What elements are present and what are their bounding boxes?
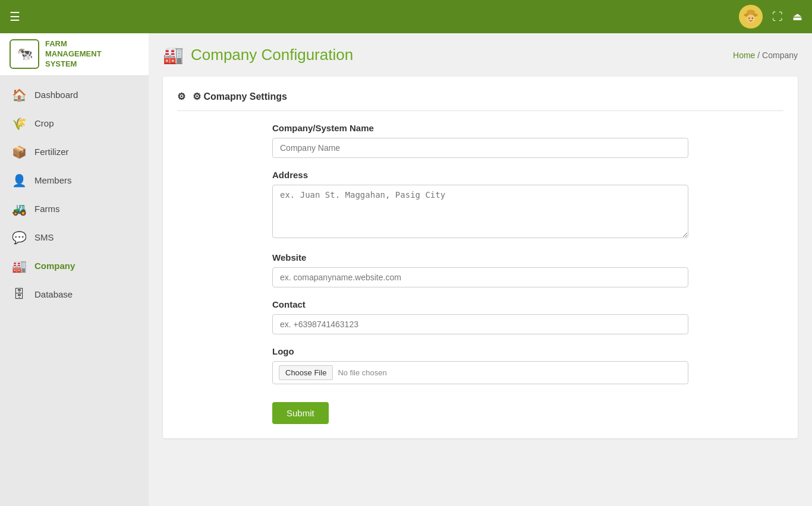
sidebar-item-crop-label: Crop xyxy=(34,118,54,128)
breadcrumb: Home / Company xyxy=(733,50,798,60)
contact-label: Contact xyxy=(272,299,688,309)
contact-input[interactable] xyxy=(272,314,688,334)
sidebar-item-sms[interactable]: 💬 SMS xyxy=(0,223,149,252)
members-icon: 👤 xyxy=(12,173,26,188)
card-header-label: ⚙ Comapny Settings xyxy=(193,91,287,102)
file-input-wrapper: Choose File No file chosen xyxy=(272,361,688,384)
settings-icon: ⚙ xyxy=(177,91,185,102)
crop-icon: 🌾 xyxy=(12,116,26,131)
website-input[interactable] xyxy=(272,267,688,287)
main-layout: 🐄 FARM MANAGEMENT SYSTEM 🏠 Dashboard 🌾 C… xyxy=(0,33,812,506)
sidebar: 🐄 FARM MANAGEMENT SYSTEM 🏠 Dashboard 🌾 C… xyxy=(0,33,149,506)
sidebar-item-farms[interactable]: 🚜 Farms xyxy=(0,195,149,223)
hamburger-icon[interactable]: ☰ xyxy=(10,10,20,24)
sidebar-item-members[interactable]: 👤 Members xyxy=(0,166,149,195)
farms-icon: 🚜 xyxy=(12,202,26,216)
company-name-group: Company/System Name xyxy=(272,123,688,158)
company-icon: 🏭 xyxy=(12,259,26,273)
company-settings-card: ⚙ ⚙ Comapny Settings Company/System Name… xyxy=(163,77,798,438)
sidebar-item-database[interactable]: 🗄 Database xyxy=(0,280,149,308)
logo-group: Logo Choose File No file chosen xyxy=(272,346,688,384)
sidebar-item-members-label: Members xyxy=(34,175,72,185)
page-title-row: 🏭 Company Configuration xyxy=(163,45,353,65)
sidebar-item-sms-label: SMS xyxy=(34,232,54,242)
card-header: ⚙ ⚙ Comapny Settings xyxy=(177,91,783,111)
submit-button[interactable]: Submit xyxy=(272,402,329,424)
website-label: Website xyxy=(272,252,688,263)
no-file-label: No file chosen xyxy=(338,368,386,377)
sidebar-item-dashboard[interactable]: 🏠 Dashboard xyxy=(0,81,149,109)
dashboard-icon: 🏠 xyxy=(12,88,26,102)
sidebar-item-dashboard-label: Dashboard xyxy=(34,90,78,100)
address-label: Address xyxy=(272,170,688,180)
sidebar-item-fertilizer-label: Fertilizer xyxy=(34,147,69,157)
sidebar-nav: 🏠 Dashboard 🌾 Crop 📦 Fertilizer 👤 Member… xyxy=(0,76,149,313)
svg-point-2 xyxy=(747,10,755,15)
avatar[interactable] xyxy=(739,5,763,29)
database-icon: 🗄 xyxy=(12,287,26,301)
sidebar-item-company-label: Company xyxy=(34,261,75,271)
exit-icon[interactable]: ⏏ xyxy=(792,10,802,23)
sidebar-item-farms-label: Farms xyxy=(34,204,60,214)
svg-point-5 xyxy=(752,18,753,19)
sidebar-logo: 🐄 FARM MANAGEMENT SYSTEM xyxy=(0,33,149,76)
topbar-right: ⛶ ⏏ xyxy=(739,5,802,29)
company-name-input[interactable] xyxy=(272,138,688,158)
logo-label: Logo xyxy=(272,346,688,356)
address-input[interactable] xyxy=(272,185,688,238)
fertilizer-icon: 📦 xyxy=(12,145,26,159)
sidebar-item-company[interactable]: 🏭 Company xyxy=(0,252,149,280)
sidebar-item-crop[interactable]: 🌾 Crop xyxy=(0,109,149,138)
content-area: 🏭 Company Configuration Home / Company ⚙… xyxy=(149,33,812,506)
company-name-label: Company/System Name xyxy=(272,123,688,133)
website-group: Website xyxy=(272,252,688,287)
breadcrumb-separator: / xyxy=(757,50,760,60)
breadcrumb-home[interactable]: Home xyxy=(733,50,755,60)
sidebar-item-database-label: Database xyxy=(34,289,73,299)
fullscreen-icon[interactable]: ⛶ xyxy=(772,11,783,23)
logo-icon: 🐄 xyxy=(10,39,39,69)
logo-text: FARM MANAGEMENT SYSTEM xyxy=(45,39,102,69)
address-group: Address xyxy=(272,170,688,241)
page-title-icon: 🏭 xyxy=(163,45,184,65)
page-header: 🏭 Company Configuration Home / Company xyxy=(163,45,798,65)
topbar-left: ☰ xyxy=(10,10,20,24)
sidebar-item-fertilizer[interactable]: 📦 Fertilizer xyxy=(0,138,149,166)
topbar: ☰ ⛶ ⏏ xyxy=(0,0,812,33)
contact-group: Contact xyxy=(272,299,688,334)
page-title: Company Configuration xyxy=(191,46,353,64)
svg-point-4 xyxy=(748,18,750,19)
breadcrumb-current: Company xyxy=(762,50,798,60)
sms-icon: 💬 xyxy=(12,230,26,245)
svg-point-3 xyxy=(747,14,755,23)
company-form: Company/System Name Address Website Cont… xyxy=(272,123,688,424)
choose-file-button[interactable]: Choose File xyxy=(279,365,333,380)
